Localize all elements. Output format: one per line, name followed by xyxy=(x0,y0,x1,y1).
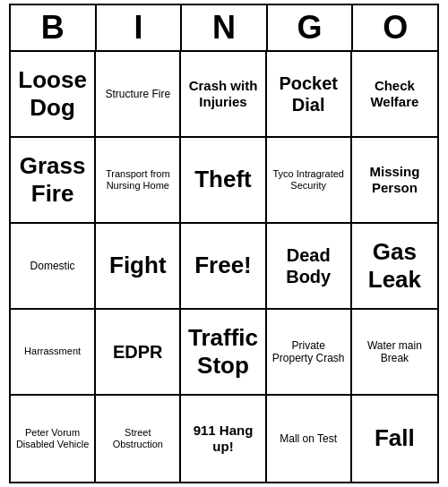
bingo-cell[interactable]: Private Property Crash xyxy=(267,310,352,396)
bingo-header-letter: O xyxy=(353,5,437,50)
bingo-header-letter: G xyxy=(268,5,354,50)
bingo-cell[interactable]: Peter Vorum Disabled Vehicle xyxy=(11,396,96,482)
bingo-cell[interactable]: Free! xyxy=(181,224,266,310)
bingo-cell-text: Crash with Injuries xyxy=(185,78,261,110)
bingo-cell-text: Water main Break xyxy=(356,339,434,365)
bingo-cell[interactable]: Domestic xyxy=(11,224,96,310)
bingo-cell[interactable]: Grass Fire xyxy=(11,138,96,224)
bingo-cell[interactable]: Harrassment xyxy=(11,310,96,396)
bingo-cell[interactable]: Structure Fire xyxy=(96,52,181,138)
bingo-cell[interactable]: EDPR xyxy=(96,310,181,396)
bingo-header-letter: B xyxy=(11,5,97,50)
bingo-cell[interactable]: Theft xyxy=(181,138,266,224)
bingo-cell-text: Gas Leak xyxy=(356,238,434,294)
bingo-cell-text: Tyco Intragrated Security xyxy=(271,168,347,192)
bingo-cell[interactable]: Fight xyxy=(96,224,181,310)
bingo-cell-text: Mall on Test xyxy=(280,432,337,445)
bingo-cell[interactable]: Water main Break xyxy=(352,310,437,396)
bingo-cell-text: Transport from Nursing Home xyxy=(99,168,176,192)
bingo-cell-text: 911 Hang up! xyxy=(185,423,261,455)
bingo-cell-text: Fall xyxy=(375,424,415,452)
bingo-cell-text: Pocket Dial xyxy=(271,73,347,115)
bingo-cell-text: Peter Vorum Disabled Vehicle xyxy=(14,427,90,450)
bingo-cell-text: Check Welfare xyxy=(356,78,434,110)
bingo-cell[interactable]: Fall xyxy=(352,396,437,482)
bingo-cell[interactable]: 911 Hang up! xyxy=(181,396,266,482)
bingo-cell-text: Missing Person xyxy=(356,164,434,196)
bingo-cell[interactable]: Pocket Dial xyxy=(267,52,352,138)
bingo-cell[interactable]: Missing Person xyxy=(352,138,437,224)
bingo-cell-text: Free! xyxy=(194,252,252,279)
bingo-header-letter: I xyxy=(97,5,183,50)
bingo-cell[interactable]: Check Welfare xyxy=(352,52,437,138)
bingo-cell[interactable]: Street Obstruction xyxy=(96,396,181,482)
bingo-cell-text: Theft xyxy=(194,166,252,193)
bingo-card: BINGO Loose DogStructure FireCrash with … xyxy=(9,4,439,483)
bingo-cell[interactable]: Crash with Injuries xyxy=(181,52,266,138)
bingo-cell-text: Domestic xyxy=(30,260,75,272)
bingo-cell[interactable]: Loose Dog xyxy=(11,52,96,138)
bingo-cell[interactable]: Tyco Intragrated Security xyxy=(267,138,352,224)
bingo-cell[interactable]: Dead Body xyxy=(267,224,352,310)
bingo-cell-text: Structure Fire xyxy=(105,88,170,100)
bingo-header: BINGO xyxy=(11,5,437,52)
bingo-cell-text: Traffic Stop xyxy=(185,324,261,380)
bingo-cell[interactable]: Mall on Test xyxy=(267,396,352,482)
bingo-cell-text: Street Obstruction xyxy=(99,427,176,450)
bingo-cell-text: Harrassment xyxy=(24,346,81,357)
bingo-cell-text: Loose Dog xyxy=(14,66,90,122)
bingo-cell-text: Private Property Crash xyxy=(271,339,347,365)
bingo-cell-text: Dead Body xyxy=(271,244,347,287)
bingo-cell-text: Grass Fire xyxy=(14,152,90,208)
bingo-cell[interactable]: Gas Leak xyxy=(352,224,437,310)
bingo-cell[interactable]: Transport from Nursing Home xyxy=(96,138,181,224)
bingo-cell-text: EDPR xyxy=(113,341,163,363)
bingo-cell-text: Fight xyxy=(109,252,167,279)
bingo-header-letter: N xyxy=(182,5,268,50)
bingo-grid: Loose DogStructure FireCrash with Injuri… xyxy=(11,52,437,482)
bingo-cell[interactable]: Traffic Stop xyxy=(181,310,266,396)
